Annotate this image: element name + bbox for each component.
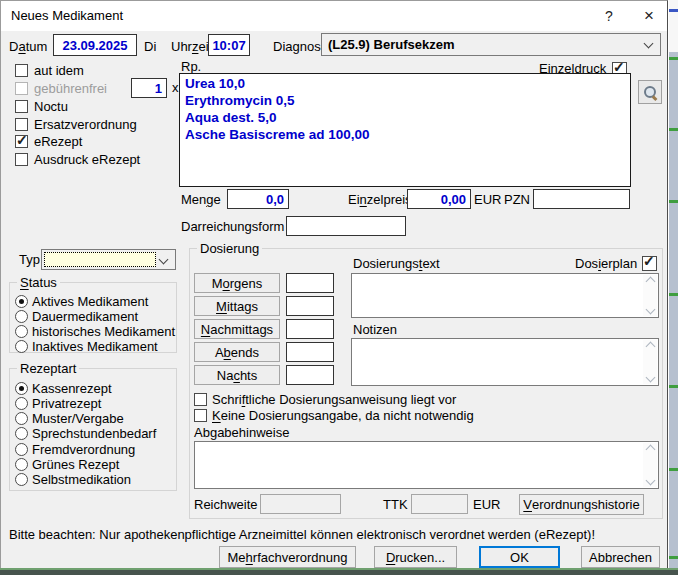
erezept-checkbox[interactable] (15, 135, 28, 148)
notice-text: Bitte beachten: Nur apothekenpflichtige … (9, 527, 595, 542)
dosierplan-label: Dosierplan (575, 256, 637, 271)
weekday-label: Di (144, 39, 156, 54)
close-icon[interactable]: × (635, 5, 663, 27)
scroll-up-icon[interactable] (645, 277, 655, 287)
radio-dauermedikament-label: Dauermedikament (32, 309, 138, 324)
multiplier-suffix: x (172, 80, 179, 95)
pzn-label: PZN (504, 192, 530, 207)
keine-dosierungsangabe-checkbox[interactable] (194, 409, 207, 422)
abgabehinweise-textarea[interactable] (194, 441, 659, 489)
abbrechen-button[interactable]: Abbrechen (581, 546, 660, 568)
ersatzverordnung-label: Ersatzverordnung (34, 117, 137, 132)
scroll-up-icon[interactable] (645, 445, 655, 455)
uhrzeit-label: Uhrzeit (171, 39, 212, 54)
chevron-down-icon (644, 39, 654, 49)
abends-button[interactable]: Abends (194, 342, 280, 362)
side-mark (669, 556, 678, 559)
ok-button[interactable]: OK (479, 546, 560, 568)
radio-privatrezept[interactable] (15, 397, 28, 410)
radio-kassenrezept-label: Kassenrezept (32, 381, 112, 396)
radio-gruenes-rezept[interactable] (15, 458, 28, 471)
ausdruck-erezept-label: Ausdruck eRezept (34, 152, 140, 167)
abgabehinweise-label: Abgabehinweise (194, 425, 289, 440)
radio-historisches-medikament[interactable] (15, 325, 28, 338)
gebuehrenfrei-label: gebührenfrei (34, 81, 107, 96)
ttk-input[interactable] (411, 494, 468, 514)
scrollbar[interactable] (643, 340, 657, 384)
erezept-label: eRezept (34, 134, 82, 149)
reichweite-label: Reichweite (194, 497, 258, 512)
nachts-input[interactable] (286, 365, 334, 385)
scrollbar[interactable] (643, 443, 657, 487)
scrollbar[interactable] (643, 275, 657, 316)
side-mark (669, 57, 678, 60)
mehrfachverordnung-button[interactable]: Mehrfachverordnung (219, 546, 356, 568)
pzn-input[interactable] (533, 189, 630, 209)
diagnose-value: (L25.9) Berufsekzem (328, 37, 454, 52)
title-bar: Neues Medikament ? × (1, 1, 667, 31)
background-window-bottom-bar (0, 568, 678, 575)
radio-fremdverordnung-label: Fremdverordnung (32, 442, 135, 457)
mittags-input[interactable] (286, 296, 334, 316)
noctu-checkbox[interactable] (15, 100, 28, 113)
nachts-button[interactable]: Nachts (194, 365, 280, 385)
multiplier-input[interactable]: 1 (131, 78, 167, 98)
uhrzeit-input[interactable]: 10:07 (208, 34, 250, 56)
einzelpreis-input[interactable]: 0,00 (407, 189, 471, 209)
ttk-eur-label: EUR (473, 497, 500, 512)
aut-idem-checkbox[interactable] (15, 64, 28, 77)
drucken-button[interactable]: Drucken... (374, 546, 457, 568)
datum-input[interactable]: 23.09.2025 (53, 34, 137, 56)
radio-aktives-medikament[interactable] (15, 295, 28, 308)
eur-label: EUR (474, 192, 501, 207)
nachmittags-button[interactable]: Nachmittags (194, 319, 280, 339)
menge-input[interactable]: 0,0 (227, 189, 289, 209)
ersatzverordnung-checkbox[interactable] (15, 118, 28, 131)
dosierungstext-textarea[interactable] (351, 273, 659, 318)
side-mark (669, 200, 678, 203)
radio-selbstmedikation[interactable] (15, 473, 28, 486)
typ-dropdown[interactable] (41, 249, 176, 270)
scroll-down-icon[interactable] (645, 305, 655, 315)
search-button[interactable] (638, 80, 662, 104)
rp-textarea[interactable]: Urea 10,0 Erythromycin 0,5 Aqua dest. 5,… (179, 73, 631, 187)
schriftliche-dosierungsanweisung-label: Schriftliche Dosierungsanweisung liegt v… (212, 392, 456, 407)
mittags-button[interactable]: Mittags (194, 296, 280, 316)
screen: Neues Medikament ? × Datum 23.09.2025 Di… (0, 0, 678, 575)
radio-fremdverordnung[interactable] (15, 443, 28, 456)
menge-label: Menge (181, 192, 221, 207)
darreichungsform-label: Darreichungsform (181, 219, 284, 234)
rp-label: Rp. (181, 59, 201, 74)
radio-muster-vergabe[interactable] (15, 412, 28, 425)
abends-input[interactable] (286, 342, 334, 362)
radio-inaktives-medikament-label: Inaktives Medikament (32, 339, 158, 354)
notizen-label: Notizen (353, 322, 397, 337)
morgens-button[interactable]: Morgens (194, 273, 280, 293)
radio-sprechstundenbedarf[interactable] (15, 427, 28, 440)
search-icon (644, 86, 657, 99)
radio-kassenrezept[interactable] (15, 382, 28, 395)
verordnungshistorie-button[interactable]: Verordnungshistorie (519, 494, 644, 515)
diagnose-dropdown[interactable]: (L25.9) Berufsekzem (321, 33, 661, 56)
scroll-up-icon[interactable] (645, 342, 655, 352)
gebuehrenfrei-checkbox[interactable] (15, 82, 28, 95)
radio-inaktives-medikament[interactable] (15, 340, 28, 353)
notizen-textarea[interactable] (351, 338, 659, 386)
scroll-down-icon[interactable] (645, 373, 655, 383)
side-mark (669, 293, 678, 296)
radio-dauermedikament[interactable] (15, 310, 28, 323)
scroll-down-icon[interactable] (645, 476, 655, 486)
help-icon[interactable]: ? (595, 5, 623, 27)
ausdruck-erezept-checkbox[interactable] (15, 153, 28, 166)
darreichungsform-input[interactable] (286, 216, 406, 236)
rezeptart-group-title: Rezeptart (17, 361, 79, 376)
side-mark (669, 468, 678, 471)
schriftliche-dosierungsanweisung-checkbox[interactable] (194, 393, 207, 406)
datum-label: Datum (9, 39, 47, 54)
reichweite-input[interactable] (260, 494, 341, 514)
dosierplan-checkbox[interactable] (642, 256, 657, 271)
diagnose-label: Diagnose (273, 39, 328, 54)
morgens-input[interactable] (286, 273, 334, 293)
background-window-strip (669, 0, 678, 568)
nachmittags-input[interactable] (286, 319, 334, 339)
